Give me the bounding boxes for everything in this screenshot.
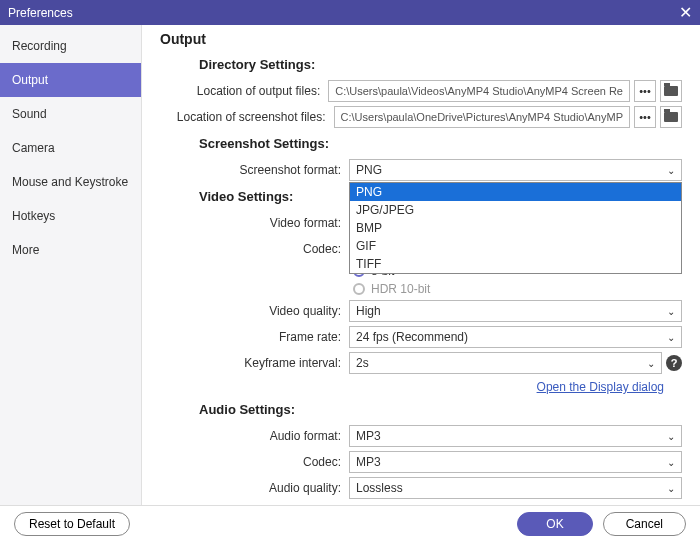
close-icon[interactable]: ✕ — [679, 3, 692, 22]
footer: Reset to Default OK Cancel — [0, 505, 700, 541]
audio-quality-select[interactable]: Lossless ⌄ — [349, 477, 682, 499]
audio-codec-value: MP3 — [356, 455, 381, 469]
dropdown-item-gif[interactable]: GIF — [350, 237, 681, 255]
open-screenshot-folder-button[interactable] — [660, 106, 682, 128]
section-audio-title: Audio Settings: — [199, 402, 682, 417]
section-directory-title: Directory Settings: — [199, 57, 682, 72]
sidebar-item-recording[interactable]: Recording — [0, 29, 141, 63]
radio-hdr[interactable] — [353, 283, 365, 295]
sidebar-item-more[interactable]: More — [0, 233, 141, 267]
sidebar-item-mouse-keystroke[interactable]: Mouse and Keystroke — [0, 165, 141, 199]
row-audio-format: Audio format: MP3 ⌄ — [154, 425, 682, 447]
screenshot-format-value: PNG — [356, 163, 382, 177]
screenshot-format-dropdown: PNG JPG/JPEG BMP GIF TIFF — [349, 182, 682, 274]
open-display-dialog-link[interactable]: Open the Display dialog — [537, 380, 664, 394]
audio-codec-select[interactable]: MP3 ⌄ — [349, 451, 682, 473]
audio-format-select[interactable]: MP3 ⌄ — [349, 425, 682, 447]
label-video-codec: Codec: — [154, 242, 349, 256]
window-title: Preferences — [8, 6, 73, 20]
dropdown-item-tiff[interactable]: TIFF — [350, 255, 681, 273]
chevron-down-icon: ⌄ — [667, 431, 675, 442]
titlebar: Preferences ✕ — [0, 0, 700, 25]
row-display-link: Open the Display dialog — [154, 380, 664, 394]
chevron-down-icon: ⌄ — [667, 332, 675, 343]
chevron-down-icon: ⌄ — [667, 306, 675, 317]
folder-icon — [664, 86, 678, 96]
browse-screenshot-button[interactable]: ••• — [634, 106, 656, 128]
help-icon[interactable]: ? — [666, 355, 682, 371]
reset-button[interactable]: Reset to Default — [14, 512, 130, 536]
label-screenshot-format: Screenshot format: — [154, 163, 349, 177]
ok-button[interactable]: OK — [517, 512, 592, 536]
sidebar-item-hotkeys[interactable]: Hotkeys — [0, 199, 141, 233]
section-screenshot-title: Screenshot Settings: — [199, 136, 682, 151]
folder-icon — [664, 112, 678, 122]
chevron-down-icon: ⌄ — [667, 483, 675, 494]
browse-output-button[interactable]: ••• — [634, 80, 656, 102]
label-keyframe-interval: Keyframe interval: — [154, 356, 349, 370]
sidebar: Recording Output Sound Camera Mouse and … — [0, 25, 142, 505]
screenshot-path-field[interactable]: C:\Users\paula\OneDrive\Pictures\AnyMP4 … — [334, 106, 630, 128]
label-hdr: HDR 10-bit — [371, 282, 430, 296]
dropdown-item-png[interactable]: PNG — [350, 183, 681, 201]
sidebar-item-output[interactable]: Output — [0, 63, 141, 97]
label-audio-quality: Audio quality: — [154, 481, 349, 495]
main: Recording Output Sound Camera Mouse and … — [0, 25, 700, 505]
page-title: Output — [160, 31, 682, 47]
dropdown-item-bmp[interactable]: BMP — [350, 219, 681, 237]
label-output-location: Location of output files: — [154, 84, 328, 98]
row-video-quality: Video quality: High ⌄ — [154, 300, 682, 322]
open-output-folder-button[interactable] — [660, 80, 682, 102]
chevron-down-icon: ⌄ — [667, 165, 675, 176]
chevron-down-icon: ⌄ — [647, 358, 655, 369]
label-audio-codec: Codec: — [154, 455, 349, 469]
screenshot-format-select[interactable]: PNG ⌄ PNG JPG/JPEG BMP GIF TIFF — [349, 159, 682, 181]
cancel-button[interactable]: Cancel — [603, 512, 686, 536]
video-quality-select[interactable]: High ⌄ — [349, 300, 682, 322]
content: Output Directory Settings: Location of o… — [142, 25, 700, 505]
row-screenshot-format: Screenshot format: PNG ⌄ PNG JPG/JPEG BM… — [154, 159, 682, 181]
frame-rate-value: 24 fps (Recommend) — [356, 330, 468, 344]
sidebar-item-camera[interactable]: Camera — [0, 131, 141, 165]
keyframe-interval-select[interactable]: 2s ⌄ — [349, 352, 662, 374]
audio-format-value: MP3 — [356, 429, 381, 443]
label-screenshot-location: Location of screenshot files: — [154, 110, 334, 124]
row-audio-codec: Codec: MP3 ⌄ — [154, 451, 682, 473]
dropdown-item-jpg[interactable]: JPG/JPEG — [350, 201, 681, 219]
label-audio-format: Audio format: — [154, 429, 349, 443]
row-frame-rate: Frame rate: 24 fps (Recommend) ⌄ — [154, 326, 682, 348]
row-hdr: HDR 10-bit — [353, 282, 682, 296]
row-screenshot-location: Location of screenshot files: C:\Users\p… — [154, 106, 682, 128]
video-quality-value: High — [356, 304, 381, 318]
audio-quality-value: Lossless — [356, 481, 403, 495]
row-audio-quality: Audio quality: Lossless ⌄ — [154, 477, 682, 499]
label-frame-rate: Frame rate: — [154, 330, 349, 344]
frame-rate-select[interactable]: 24 fps (Recommend) ⌄ — [349, 326, 682, 348]
label-video-format: Video format: — [154, 216, 349, 230]
chevron-down-icon: ⌄ — [667, 457, 675, 468]
label-video-quality: Video quality: — [154, 304, 349, 318]
sidebar-item-sound[interactable]: Sound — [0, 97, 141, 131]
row-output-location: Location of output files: C:\Users\paula… — [154, 80, 682, 102]
output-path-field[interactable]: C:\Users\paula\Videos\AnyMP4 Studio\AnyM… — [328, 80, 630, 102]
row-keyframe-interval: Keyframe interval: 2s ⌄ ? — [154, 352, 682, 374]
keyframe-interval-value: 2s — [356, 356, 369, 370]
